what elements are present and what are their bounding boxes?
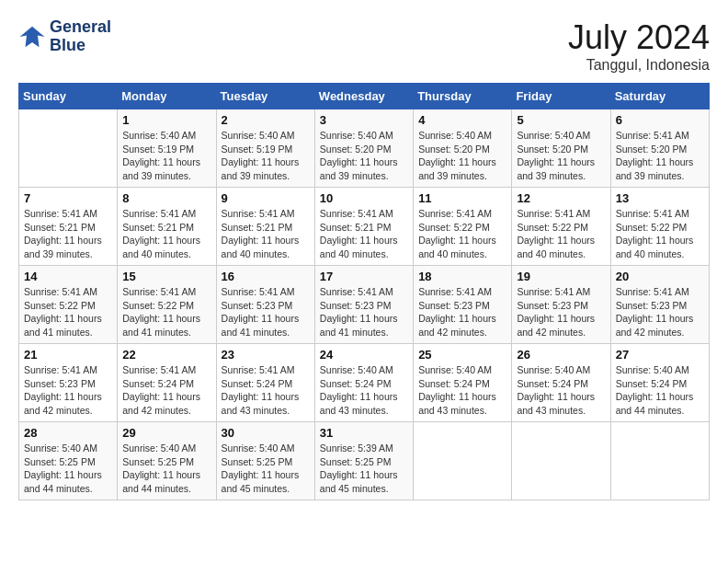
calendar-cell: 5Sunrise: 5:40 AMSunset: 5:20 PMDaylight… <box>512 109 610 188</box>
day-info: Sunrise: 5:40 AMSunset: 5:25 PMDaylight:… <box>24 442 112 496</box>
calendar-header-row: SundayMondayTuesdayWednesdayThursdayFrid… <box>19 84 710 109</box>
calendar-table: SundayMondayTuesdayWednesdayThursdayFrid… <box>18 83 710 500</box>
calendar-cell <box>610 422 709 500</box>
calendar-body: 1Sunrise: 5:40 AMSunset: 5:19 PMDaylight… <box>19 109 710 500</box>
calendar-cell: 27Sunrise: 5:40 AMSunset: 5:24 PMDayligh… <box>610 344 709 422</box>
day-info: Sunrise: 5:41 AMSunset: 5:23 PMDaylight:… <box>24 363 112 418</box>
column-header-friday: Friday <box>512 84 610 109</box>
day-number: 26 <box>517 348 605 362</box>
day-info: Sunrise: 5:41 AMSunset: 5:20 PMDaylight:… <box>616 129 704 183</box>
day-number: 21 <box>24 348 112 362</box>
logo: General Blue <box>18 18 111 55</box>
day-number: 3 <box>320 113 408 127</box>
calendar-cell <box>512 422 610 500</box>
calendar-cell: 7Sunrise: 5:41 AMSunset: 5:21 PMDaylight… <box>19 188 118 266</box>
day-info: Sunrise: 5:40 AMSunset: 5:20 PMDaylight:… <box>418 129 506 183</box>
day-info: Sunrise: 5:41 AMSunset: 5:22 PMDaylight:… <box>24 285 112 339</box>
day-info: Sunrise: 5:41 AMSunset: 5:21 PMDaylight:… <box>222 207 310 261</box>
logo-icon <box>18 23 46 51</box>
calendar-cell: 1Sunrise: 5:40 AMSunset: 5:19 PMDaylight… <box>118 109 216 188</box>
calendar-cell: 6Sunrise: 5:41 AMSunset: 5:20 PMDaylight… <box>610 109 709 188</box>
day-number: 28 <box>24 426 112 440</box>
day-info: Sunrise: 5:41 AMSunset: 5:21 PMDaylight:… <box>122 207 210 261</box>
calendar-cell: 24Sunrise: 5:40 AMSunset: 5:24 PMDayligh… <box>314 344 413 422</box>
day-info: Sunrise: 5:40 AMSunset: 5:19 PMDaylight:… <box>222 129 310 183</box>
calendar-cell: 17Sunrise: 5:41 AMSunset: 5:23 PMDayligh… <box>314 266 413 344</box>
day-number: 11 <box>418 191 506 205</box>
day-info: Sunrise: 5:40 AMSunset: 5:25 PMDaylight:… <box>122 442 210 496</box>
day-info: Sunrise: 5:40 AMSunset: 5:24 PMDaylight:… <box>616 363 704 418</box>
calendar-cell: 10Sunrise: 5:41 AMSunset: 5:21 PMDayligh… <box>314 188 413 266</box>
calendar-week-row: 21Sunrise: 5:41 AMSunset: 5:23 PMDayligh… <box>19 344 710 422</box>
day-number: 20 <box>616 270 704 283</box>
day-number: 1 <box>122 113 210 127</box>
day-number: 14 <box>24 270 112 283</box>
day-number: 31 <box>320 426 408 440</box>
calendar-cell: 21Sunrise: 5:41 AMSunset: 5:23 PMDayligh… <box>19 344 118 422</box>
day-info: Sunrise: 5:41 AMSunset: 5:23 PMDaylight:… <box>418 285 506 339</box>
day-info: Sunrise: 5:41 AMSunset: 5:24 PMDaylight:… <box>222 363 310 418</box>
calendar-cell: 25Sunrise: 5:40 AMSunset: 5:24 PMDayligh… <box>414 344 512 422</box>
calendar-cell: 22Sunrise: 5:41 AMSunset: 5:24 PMDayligh… <box>118 344 216 422</box>
calendar-cell: 26Sunrise: 5:40 AMSunset: 5:24 PMDayligh… <box>512 344 610 422</box>
day-number: 2 <box>222 113 310 127</box>
day-info: Sunrise: 5:41 AMSunset: 5:21 PMDaylight:… <box>320 207 408 261</box>
day-number: 6 <box>616 113 704 127</box>
calendar-cell <box>414 422 512 500</box>
calendar-cell: 16Sunrise: 5:41 AMSunset: 5:23 PMDayligh… <box>216 266 314 344</box>
day-info: Sunrise: 5:41 AMSunset: 5:22 PMDaylight:… <box>122 285 210 339</box>
day-number: 30 <box>222 426 310 440</box>
day-info: Sunrise: 5:41 AMSunset: 5:21 PMDaylight:… <box>24 207 112 261</box>
month-year-title: July 2024 <box>568 18 710 57</box>
calendar-cell: 4Sunrise: 5:40 AMSunset: 5:20 PMDaylight… <box>414 109 512 188</box>
day-number: 9 <box>222 191 310 205</box>
calendar-week-row: 14Sunrise: 5:41 AMSunset: 5:22 PMDayligh… <box>19 266 710 344</box>
day-number: 8 <box>122 191 210 205</box>
day-number: 12 <box>517 191 605 205</box>
calendar-cell: 20Sunrise: 5:41 AMSunset: 5:23 PMDayligh… <box>610 266 709 344</box>
calendar-cell: 30Sunrise: 5:40 AMSunset: 5:25 PMDayligh… <box>216 422 314 500</box>
day-number: 10 <box>320 191 408 205</box>
calendar-week-row: 7Sunrise: 5:41 AMSunset: 5:21 PMDaylight… <box>19 188 710 266</box>
day-number: 19 <box>517 270 605 283</box>
day-info: Sunrise: 5:41 AMSunset: 5:22 PMDaylight:… <box>418 207 506 261</box>
day-info: Sunrise: 5:40 AMSunset: 5:19 PMDaylight:… <box>122 129 210 183</box>
day-info: Sunrise: 5:41 AMSunset: 5:22 PMDaylight:… <box>616 207 704 261</box>
day-info: Sunrise: 5:41 AMSunset: 5:24 PMDaylight:… <box>122 363 210 418</box>
column-header-saturday: Saturday <box>610 84 709 109</box>
day-info: Sunrise: 5:41 AMSunset: 5:23 PMDaylight:… <box>320 285 408 339</box>
calendar-cell: 12Sunrise: 5:41 AMSunset: 5:22 PMDayligh… <box>512 188 610 266</box>
page-header: General Blue July 2024 Tanggul, Indonesi… <box>18 18 710 74</box>
calendar-cell: 18Sunrise: 5:41 AMSunset: 5:23 PMDayligh… <box>414 266 512 344</box>
day-number: 27 <box>616 348 704 362</box>
calendar-cell: 23Sunrise: 5:41 AMSunset: 5:24 PMDayligh… <box>216 344 314 422</box>
day-info: Sunrise: 5:41 AMSunset: 5:23 PMDaylight:… <box>517 285 605 339</box>
column-header-tuesday: Tuesday <box>216 84 314 109</box>
day-info: Sunrise: 5:41 AMSunset: 5:23 PMDaylight:… <box>222 285 310 339</box>
day-number: 25 <box>418 348 506 362</box>
calendar-cell <box>19 109 118 188</box>
calendar-cell: 3Sunrise: 5:40 AMSunset: 5:20 PMDaylight… <box>314 109 413 188</box>
day-number: 29 <box>122 426 210 440</box>
calendar-cell: 8Sunrise: 5:41 AMSunset: 5:21 PMDaylight… <box>118 188 216 266</box>
calendar-cell: 13Sunrise: 5:41 AMSunset: 5:22 PMDayligh… <box>610 188 709 266</box>
calendar-cell: 31Sunrise: 5:39 AMSunset: 5:25 PMDayligh… <box>314 422 413 500</box>
column-header-wednesday: Wednesday <box>314 84 413 109</box>
logo-text: General Blue <box>50 18 111 55</box>
day-number: 24 <box>320 348 408 362</box>
column-header-sunday: Sunday <box>19 84 118 109</box>
day-number: 4 <box>418 113 506 127</box>
day-info: Sunrise: 5:39 AMSunset: 5:25 PMDaylight:… <box>320 442 408 496</box>
day-number: 7 <box>24 191 112 205</box>
day-number: 17 <box>320 270 408 283</box>
title-block: July 2024 Tanggul, Indonesia <box>568 18 710 74</box>
day-number: 18 <box>418 270 506 283</box>
location-title: Tanggul, Indonesia <box>568 57 710 74</box>
calendar-cell: 11Sunrise: 5:41 AMSunset: 5:22 PMDayligh… <box>414 188 512 266</box>
day-info: Sunrise: 5:40 AMSunset: 5:20 PMDaylight:… <box>320 129 408 183</box>
calendar-cell: 19Sunrise: 5:41 AMSunset: 5:23 PMDayligh… <box>512 266 610 344</box>
day-number: 23 <box>222 348 310 362</box>
day-number: 16 <box>222 270 310 283</box>
calendar-week-row: 1Sunrise: 5:40 AMSunset: 5:19 PMDaylight… <box>19 109 710 188</box>
calendar-cell: 2Sunrise: 5:40 AMSunset: 5:19 PMDaylight… <box>216 109 314 188</box>
